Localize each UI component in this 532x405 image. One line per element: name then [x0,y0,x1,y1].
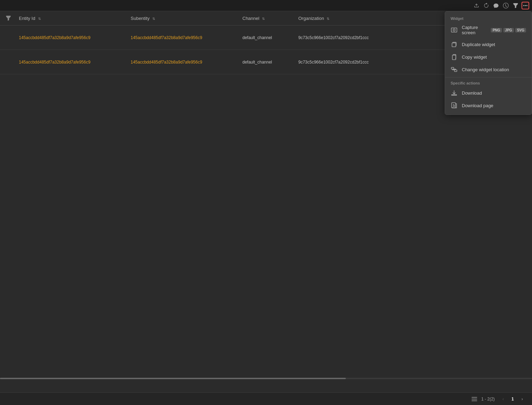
sort-icon-entity: ⇅ [38,17,41,21]
channel-col-header[interactable]: Channel ⇅ [238,11,293,25]
widget-section-title: Widget [445,14,532,22]
copy-widget-label: Copy widget [462,54,487,60]
row2-entity-id-link[interactable]: 145accbdd485df7a32b8a9d7afe956c9 [19,60,90,65]
svg-rect-2 [452,43,456,47]
capture-screen-label: Capture screen [462,25,488,35]
capture-screen-icon [451,27,458,34]
duplicate-widget-icon [451,41,458,48]
scroll-thumb[interactable] [0,378,346,379]
bottom-bar: 1 - 2(2) ‹ 1 › [0,392,532,405]
svg-rect-8 [472,399,477,399]
svg-rect-4 [451,67,454,69]
subentity-label: Subentity [131,16,150,21]
row1-channel-cell: default_channel [238,25,293,50]
duplicate-widget-item[interactable]: Duplicate widget [445,38,532,51]
row1-subentity-link[interactable]: 145accbdd485df7a32b8a9d7afe956c9 [131,35,202,40]
specific-actions-title: Specific actions [445,79,532,87]
row2-channel-cell: default_channel [238,50,293,74]
rows-icon [472,397,477,401]
svg-rect-0 [451,28,457,32]
row1-entity-id-link[interactable]: 145accbdd485df7a32b8a9d7afe956c9 [19,35,90,40]
sort-icon-channel: ⇅ [262,17,265,21]
horizontal-scrollbar[interactable] [0,377,532,380]
filter-col-header[interactable] [0,11,14,25]
row1-entity-id-cell[interactable]: 145accbdd485df7a32b8a9d7afe956c9 [14,25,126,50]
share-icon[interactable] [473,2,480,9]
change-widget-location-item[interactable]: Change widget location [445,63,532,76]
svg-badge: SVG [515,28,526,32]
download-page-icon [451,102,458,109]
capture-badges: PNG JPG SVG [491,28,526,32]
main-content: Entity Id ⇅ Subentity ⇅ Channel ⇅ Organi… [0,11,532,392]
channel-label: Channel [242,16,259,21]
jpg-badge: JPG [503,28,514,32]
svg-rect-3 [452,55,456,60]
menu-dots-icon[interactable] [522,2,529,9]
history-icon[interactable] [502,2,510,9]
entity-id-col-header[interactable]: Entity Id ⇅ [14,11,126,25]
next-page-button[interactable]: › [518,395,526,403]
row2-filter-cell [0,50,14,74]
context-menu: Widget Capture screen PNG JPG SVG [445,11,532,115]
current-page-number: 1 [511,397,514,402]
capture-screen-item[interactable]: Capture screen PNG JPG SVG [445,22,532,38]
pagination-range: 1 - 2(2) [481,397,495,402]
organization-label: Organization [298,16,324,21]
row2-entity-id-cell[interactable]: 145accbdd485df7a32b8a9d7afe956c9 [14,50,126,74]
row2-subentity-cell[interactable]: 145accbdd485df7a32b8a9d7afe956c9 [126,50,238,74]
copy-widget-icon [451,53,458,60]
change-widget-location-label: Change widget location [462,67,509,72]
row2-subentity-link[interactable]: 145accbdd485df7a32b8a9d7afe956c9 [131,60,202,65]
png-badge: PNG [491,28,502,32]
comment-icon[interactable] [492,2,500,9]
pagination-range-text: 1 - 2 [481,397,490,402]
download-label: Download [462,90,482,96]
sort-icon-organization: ⇅ [327,17,329,21]
refresh-icon[interactable] [482,2,490,9]
capture-screen-content: Capture screen PNG JPG SVG [462,25,526,35]
top-toolbar [0,0,532,11]
download-item[interactable]: Download [445,87,532,99]
svg-rect-5 [454,70,457,72]
scroll-track [0,378,532,379]
menu-divider [445,77,532,78]
filter2-icon[interactable] [512,2,519,9]
copy-widget-item[interactable]: Copy widget [445,51,532,63]
download-page-label: Download page [462,103,493,108]
svg-point-1 [453,29,455,31]
subentity-col-header[interactable]: Subentity ⇅ [126,11,238,25]
entity-id-label: Entity Id [19,16,35,21]
change-location-icon [451,66,458,73]
row1-subentity-cell[interactable]: 145accbdd485df7a32b8a9d7afe956c9 [126,25,238,50]
duplicate-widget-label: Duplicate widget [462,42,495,47]
svg-rect-7 [472,397,477,398]
download-icon [451,89,458,96]
pagination-total: (2) [490,397,495,402]
download-page-item[interactable]: Download page [445,99,532,112]
svg-rect-9 [472,400,477,401]
row1-filter-cell [0,25,14,50]
prev-page-button[interactable]: ‹ [499,395,507,403]
sort-icon-subentity: ⇅ [152,17,155,21]
